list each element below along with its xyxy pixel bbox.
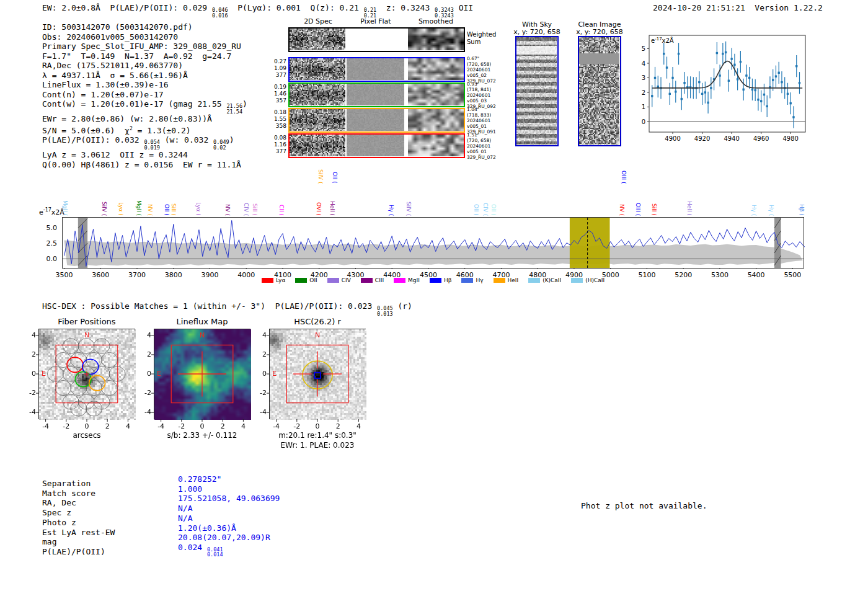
match-row-value: 0.278252" xyxy=(178,474,221,484)
legend-label: CIV xyxy=(342,277,351,283)
legend-swatch xyxy=(262,278,273,283)
info-line: LyA z = 3.0612 OII z = 0.3244 xyxy=(42,150,247,160)
compass-east-label: E xyxy=(42,370,46,378)
photz-note: Phot z plot not available. xyxy=(581,501,707,510)
fiber-smoothed-image xyxy=(408,109,464,131)
cutout-title-1: Lineflux Map xyxy=(148,317,257,326)
spec2d-row-right-labels: 0.93"(718, 841)20240601v005_03329_RU_092 xyxy=(467,81,496,109)
match-row-value: N/A xyxy=(178,513,192,523)
spec2d-fiber-row xyxy=(288,57,465,82)
cutout-x-tick: 4 xyxy=(119,422,136,430)
line-label-hγ: Hγ ( xyxy=(750,205,757,216)
cutout-y-tick: -4 xyxy=(136,408,151,416)
spec2d-row-right-labels: 1.51"(720, 658)20240601v005_01329_RU_072 xyxy=(467,132,496,160)
spec2d-header: 2D Spec xyxy=(291,17,345,25)
match-row-label: Photo z xyxy=(42,518,76,527)
fiber-spec2d-image xyxy=(290,58,345,80)
info-line: Obs: 20240601v005_5003142070 xyxy=(42,32,247,42)
cutout-y-tick: -2 xyxy=(252,389,267,397)
legend-swatch xyxy=(430,278,441,283)
match-row-label: Est LyA rest-EW xyxy=(42,528,115,537)
info-line: Cont(w) = 1.20(±0.01)e-17 (gmag 21.55 21… xyxy=(42,99,247,114)
line-label-oiii: OIII ( xyxy=(634,203,641,216)
cutout-x-tick: -2 xyxy=(288,422,306,430)
pixelflat-header: Pixel Flat xyxy=(349,17,402,25)
match-row-label: RA, Dec xyxy=(42,498,76,507)
info-line: ID: 5003142070 (5003142070.pdf) xyxy=(42,22,247,32)
line-label-heii: HeII ( xyxy=(329,201,335,216)
compass-north-label: N xyxy=(200,331,205,339)
cutout-y-tick: 0 xyxy=(252,370,267,378)
with-sky-panel xyxy=(515,36,559,146)
legend-item-civ: CIV xyxy=(327,277,351,283)
fiber-pixelflat-image xyxy=(347,109,404,131)
legend-swatch xyxy=(461,278,473,283)
info-line: F=1.7" T=0.149 N=1.37 A=0.92 g=24.7 xyxy=(42,51,247,61)
cutout-y-tick: 0 xyxy=(136,370,151,378)
spec2d-fiber-row xyxy=(288,133,465,158)
cutout-x-tick: 0 xyxy=(78,422,95,430)
compass-east-label: E xyxy=(272,370,277,378)
with-sky-image xyxy=(516,37,557,144)
cutout-x-tick: -4 xyxy=(153,422,170,430)
cutout-y-tick: 0 xyxy=(21,370,36,378)
cutout-y-tick: 4 xyxy=(21,331,36,339)
info-line: λ = 4937.11Å σ = 5.66(±1.96)Å xyxy=(42,71,247,81)
fiber-spec2d-image xyxy=(290,109,345,131)
legend-item-oii: OII xyxy=(295,277,317,283)
svg-text:4920: 4920 xyxy=(694,135,710,142)
line-label-siii: SiII ( xyxy=(650,203,657,216)
legend-item-mgii: MgII xyxy=(394,277,420,283)
legend-item-h: Hβ xyxy=(430,277,452,283)
cutout-title-0: Fiber Positions xyxy=(32,317,141,326)
cutout-y-tick: 2 xyxy=(136,350,151,358)
cutout-y-tick: -2 xyxy=(21,389,36,397)
info-line: EWr = 2.80(±0.86) (w: 2.80(±0.83))Å xyxy=(42,114,247,124)
spec2d-row-left-labels: 0.081.16377 xyxy=(270,135,286,155)
cutout-y-tick: 2 xyxy=(21,350,36,358)
emission-line-legend: LyαOIICIVCIIIMgIIHβHγHeII(K)CaII(H)CaII xyxy=(62,277,804,283)
legend-label: Hβ xyxy=(444,277,452,283)
svg-text:4: 4 xyxy=(642,60,645,67)
main-plot-y-tick: 5.0 xyxy=(38,224,57,232)
cutout-x-tick: 2 xyxy=(99,422,116,430)
lineflux-map-image xyxy=(154,329,251,420)
legend-swatch xyxy=(571,278,583,283)
cutout-y-tick: -4 xyxy=(252,408,267,416)
cutout-y-tick: -2 xyxy=(136,389,151,397)
line-fit-plot: 49004920494049604980012345e-17x2Å xyxy=(634,29,810,148)
line-label-lyα: Lyα ( xyxy=(195,202,202,216)
legend-swatch xyxy=(327,278,339,283)
weighted-sum-label: WeightedSum xyxy=(467,31,496,46)
main-spectrum-plot xyxy=(62,217,805,269)
match-row-label: Match score xyxy=(42,489,95,498)
cutout-x-tick: 2 xyxy=(214,422,231,430)
info-line: Primary Spec_Slot_IFU_AMP: 329_088_029_R… xyxy=(42,42,247,51)
header-summary: EW: 2.0±0.8Å P(LAE)/P(OII): 0.029 0.0460… xyxy=(42,3,473,18)
hsc-r-image xyxy=(270,329,366,420)
with-sky-coords: x, y: 720, 658 xyxy=(502,28,572,36)
clean-image-image xyxy=(579,37,619,144)
svg-text:0: 0 xyxy=(642,118,645,125)
info-line: S/N = 5.0(±0.6) χ2 = 1.3(±0.2) xyxy=(42,124,247,136)
legend-label: (H)CaII xyxy=(585,277,604,283)
cutout-title-2: HSC(26.2) r xyxy=(263,317,372,326)
legend-label: MgII xyxy=(408,277,420,283)
line-label-oii: OII ( xyxy=(490,204,497,216)
svg-text:4980: 4980 xyxy=(782,135,798,142)
svg-text:1: 1 xyxy=(642,104,645,110)
cutout-panel-2 xyxy=(269,329,366,419)
cutout-y-tick: -4 xyxy=(21,408,36,416)
cutout-y-tick: 4 xyxy=(252,331,267,339)
emission-line-labels: MgII (SiIV (Lyα (MgII (NV (OII (SiII (Ly… xyxy=(62,162,804,217)
cutout-y-tick: 4 xyxy=(136,331,151,339)
legend-swatch xyxy=(361,278,373,283)
info-line: P(LAE)/P(OII): 0.032 0.0540.019 (w: 0.03… xyxy=(42,135,247,150)
svg-text:4940: 4940 xyxy=(724,135,739,142)
svg-text:4900: 4900 xyxy=(665,135,680,142)
line-label-hγ: Hγ ( xyxy=(388,205,394,216)
svg-text:5: 5 xyxy=(642,45,645,52)
legend-label: (K)CaII xyxy=(542,277,561,283)
legend-item-kcaii: (K)CaII xyxy=(528,277,561,283)
spec2d-row-left-labels: 0.191.46357 xyxy=(270,84,286,104)
